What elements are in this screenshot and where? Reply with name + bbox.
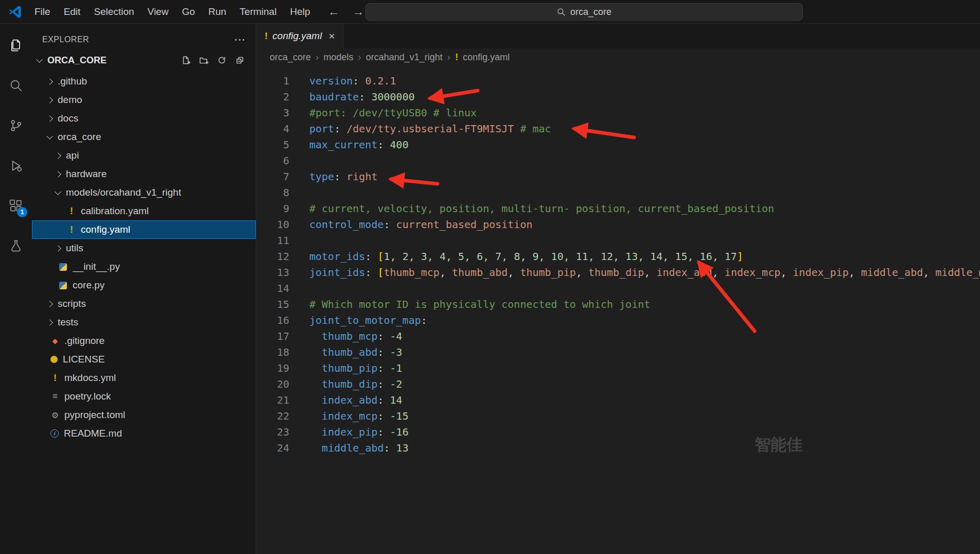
chevron-down-icon — [36, 56, 43, 63]
folder-tests[interactable]: tests — [32, 313, 256, 332]
code-token: : — [365, 266, 377, 279]
code-line-19[interactable]: thumb_pip: -1 — [309, 360, 980, 376]
code-line-12[interactable]: motor_ids: [1, 2, 3, 4, 5, 6, 7, 8, 9, 1… — [309, 249, 980, 265]
source-control-activity-icon[interactable] — [4, 113, 28, 138]
code-token: : — [334, 123, 346, 135]
run-debug-activity-icon[interactable] — [4, 153, 28, 178]
folder-github[interactable]: .github — [32, 72, 256, 91]
code-line-11[interactable] — [309, 233, 980, 249]
code-line-18[interactable]: thumb_abd: -3 — [309, 344, 980, 360]
menu-terminal[interactable]: Terminal — [233, 0, 284, 23]
file-core-py[interactable]: core.py — [32, 276, 256, 295]
menu-help[interactable]: Help — [283, 0, 317, 23]
folder-api[interactable]: api — [32, 146, 256, 165]
menu-file[interactable]: File — [28, 0, 57, 23]
code-line-24[interactable]: middle_abd: 13 — [309, 440, 980, 456]
tree-item-label: poetry.lock — [64, 391, 111, 402]
testing-activity-icon[interactable] — [4, 234, 28, 258]
extensions-activity-icon[interactable]: 1 — [4, 194, 28, 218]
tree-item-label: LICENSE — [63, 354, 104, 365]
file-init-py[interactable]: __init__.py — [32, 257, 256, 276]
file-tree: .githubdemodocsorca_coreapihardwaremodel… — [32, 72, 256, 443]
code-token: ] — [737, 250, 743, 263]
project-root-header[interactable]: ORCA_CORE — [32, 51, 256, 69]
code-line-15[interactable]: # Which motor ID is physically connected… — [309, 297, 980, 313]
code-line-5[interactable]: max_current: 400 — [309, 137, 980, 153]
code-line-23[interactable]: index_pip: -16 — [309, 424, 980, 440]
back-arrow-icon[interactable]: ← — [328, 5, 340, 19]
code-line-8[interactable] — [309, 185, 980, 201]
command-center-text: orca_core — [570, 7, 611, 18]
explorer-activity-icon[interactable] — [4, 33, 28, 58]
chevron-right-icon — [55, 245, 61, 252]
folder-orca-core[interactable]: orca_core — [32, 128, 256, 146]
tree-item-label: calibration.yaml — [81, 205, 149, 217]
breadcrumb-item-orca-core[interactable]: orca_core — [270, 52, 311, 63]
breadcrumb-item-models[interactable]: models — [323, 52, 353, 63]
file-poetry-lock[interactable]: ≡poetry.lock — [32, 387, 256, 406]
menu-go[interactable]: Go — [175, 0, 201, 23]
command-center-search[interactable]: orca_core — [365, 3, 803, 21]
new-file-icon[interactable] — [181, 56, 190, 65]
line-number: 20 — [256, 376, 289, 392]
breadcrumb-item-config-yaml[interactable]: config.yaml — [463, 52, 510, 63]
file-pyproject-toml[interactable]: ⚙pyproject.toml — [32, 406, 256, 424]
code-line-2[interactable]: baudrate: 3000000 — [309, 89, 980, 105]
tab-config-yaml[interactable]: ! config.yaml × — [256, 24, 344, 48]
code-token: thumb_abd — [322, 346, 377, 358]
file-mkdocs-yml[interactable]: !mkdocs.yml — [32, 369, 256, 387]
file-calibration-yaml[interactable]: !calibration.yaml — [32, 202, 256, 220]
file-gitignore[interactable]: ◆.gitignore — [32, 332, 256, 350]
line-number: 10 — [256, 217, 289, 233]
code-token: index_mcp — [725, 266, 780, 279]
code-line-10[interactable]: control_mode: current_based_position — [309, 217, 980, 233]
code-token: middle_mcp — [935, 266, 980, 279]
tree-item-label: .gitignore — [64, 335, 104, 347]
code-line-21[interactable]: index_abd: 14 — [309, 392, 980, 408]
code-line-1[interactable]: version: 0.2.1 — [309, 73, 980, 89]
code-line-4[interactable]: port: /dev/tty.usbserial-FT9MISJT # mac — [309, 121, 980, 137]
file-config-yaml[interactable]: !config.yaml — [32, 220, 256, 239]
forward-arrow-icon[interactable]: → — [353, 5, 364, 19]
code-line-16[interactable]: joint_to_motor_map: — [309, 313, 980, 328]
code-token: max_current — [309, 138, 377, 151]
folder-hardware[interactable]: hardware — [32, 165, 256, 183]
code-editor[interactable]: 123456789101112131415161718192021222324 … — [256, 66, 980, 554]
code-line-13[interactable]: joint_ids: [thumb_mcp, thumb_abd, thumb_… — [309, 265, 980, 281]
line-number: 5 — [256, 137, 289, 153]
file-readme-md[interactable]: iREADME.md — [32, 424, 256, 443]
folder-models-orcahand-v1-right[interactable]: models/orcahand_v1_right — [32, 183, 256, 202]
history-nav: ← → — [328, 5, 364, 19]
code-line-20[interactable]: thumb_dip: -2 — [309, 376, 980, 392]
code-token: : — [353, 75, 365, 87]
menu-view[interactable]: View — [141, 0, 176, 23]
menu-selection[interactable]: Selection — [87, 0, 141, 23]
new-folder-icon[interactable] — [199, 56, 208, 65]
editor-area: ! config.yaml × orca_core›models›orcahan… — [256, 24, 980, 554]
folder-utils[interactable]: utils — [32, 239, 256, 257]
more-actions-icon[interactable]: ⋯ — [234, 33, 246, 46]
folder-demo[interactable]: demo — [32, 91, 256, 109]
code-token: type — [309, 170, 334, 183]
code-line-3[interactable]: #port: /dev/ttyUSB0 # linux — [309, 105, 980, 121]
close-tab-icon[interactable]: × — [328, 30, 335, 42]
breadcrumb-separator: › — [358, 51, 361, 63]
code-line-7[interactable]: type: right — [309, 169, 980, 185]
code-token: : — [377, 394, 390, 406]
folder-docs[interactable]: docs — [32, 109, 256, 128]
code-line-22[interactable]: index_mcp: -15 — [309, 408, 980, 424]
code-line-14[interactable] — [309, 281, 980, 297]
collapse-all-icon[interactable] — [235, 56, 244, 65]
code-token: index_pip — [322, 426, 377, 438]
file-license[interactable]: LICENSE — [32, 350, 256, 369]
folder-scripts[interactable]: scripts — [32, 295, 256, 313]
code-line-17[interactable]: thumb_mcp: -4 — [309, 328, 980, 344]
refresh-icon[interactable] — [217, 56, 226, 65]
code-line-9[interactable]: # current, velocity, position, multi-tur… — [309, 201, 980, 217]
breadcrumb-item-orcahand-v1-right[interactable]: orcahand_v1_right — [366, 52, 443, 63]
search-activity-icon[interactable] — [4, 73, 28, 98]
code-line-6[interactable] — [309, 153, 980, 169]
menu-run[interactable]: Run — [202, 0, 233, 23]
menu-edit[interactable]: Edit — [57, 0, 87, 23]
activity-bar: 1 — [0, 24, 32, 554]
